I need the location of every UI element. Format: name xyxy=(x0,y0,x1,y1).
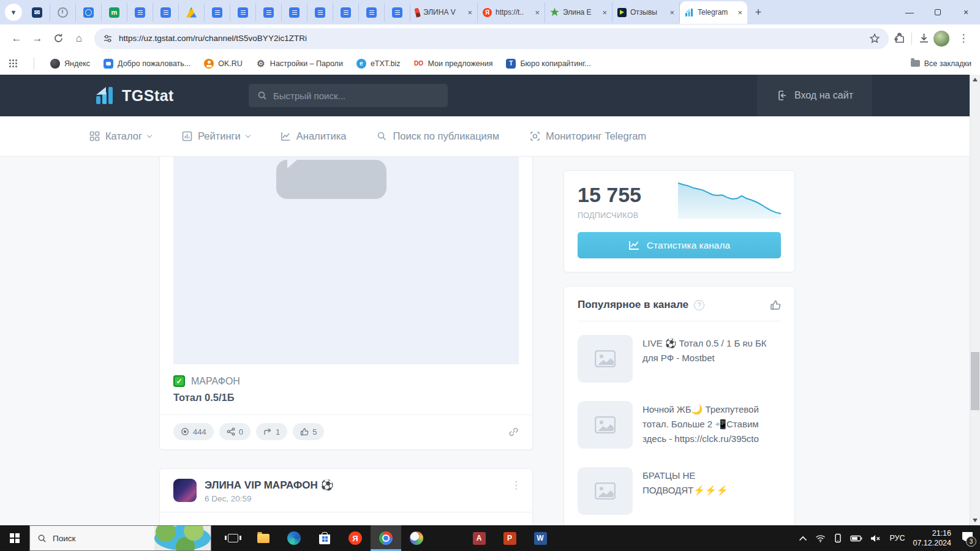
nav-publication-search[interactable]: Поиск по публикациям xyxy=(377,130,499,142)
taskbar-search-input[interactable]: Поиск xyxy=(29,525,211,551)
green-star-icon xyxy=(550,8,559,17)
pinned-tab-doc[interactable] xyxy=(153,3,179,21)
keyboard-language[interactable]: РУС xyxy=(889,534,905,542)
store-button[interactable] xyxy=(309,525,340,551)
tray-expand-icon[interactable] xyxy=(799,536,807,541)
channel-stats-button[interactable]: Статистика канала xyxy=(578,232,781,258)
back-button[interactable]: ← xyxy=(6,28,27,49)
extensions-icon[interactable] xyxy=(894,32,905,44)
page-scrollbar[interactable] xyxy=(970,75,980,525)
doc-icon xyxy=(341,7,351,18)
reload-button[interactable] xyxy=(48,28,69,49)
bookmark-offers[interactable]: DOМои предложения xyxy=(414,59,493,69)
search-highlight-image[interactable] xyxy=(154,526,211,550)
popular-post-item[interactable]: LIVE ⚽ Тотал 0.5 / 1 Б ʀᴜ БК для РФ - Mo… xyxy=(578,335,781,383)
pinned-tab-doc[interactable] xyxy=(333,3,359,21)
tab-search-chevron-icon[interactable]: ▼ xyxy=(5,4,22,21)
pinned-tab-doc[interactable] xyxy=(307,3,333,21)
login-button[interactable]: Вход на сайт xyxy=(757,75,872,116)
bookmark-bureau[interactable]: Бюро копирайтинг... xyxy=(506,59,590,69)
maximize-button[interactable] xyxy=(924,0,952,24)
paint-button[interactable] xyxy=(401,525,432,551)
views-pill[interactable]: 444 xyxy=(173,423,214,440)
channel-avatar[interactable] xyxy=(173,479,197,502)
taskbar-clock[interactable]: 21:16 07.12.2024 xyxy=(913,528,951,549)
yandex-browser-button[interactable]: Я xyxy=(340,525,371,551)
site-info-icon[interactable] xyxy=(103,34,113,43)
forward-button[interactable]: → xyxy=(27,28,48,49)
help-icon[interactable]: ? xyxy=(694,300,704,310)
scroll-down-icon[interactable] xyxy=(973,519,978,522)
tab-telegram-active[interactable]: Telegram × xyxy=(680,1,747,23)
tab-elina-e[interactable]: Элина Е × xyxy=(545,2,612,23)
chrome-button-active[interactable] xyxy=(371,525,401,551)
bookmark-star-icon[interactable] xyxy=(869,33,880,44)
nav-catalog[interactable]: Каталог xyxy=(89,130,151,142)
wifi-icon[interactable] xyxy=(815,534,826,542)
tab-reviews[interactable]: Отзывы × xyxy=(612,2,680,23)
pinned-tab-clock-blue[interactable] xyxy=(76,3,102,21)
bookmark-welcome[interactable]: Добро пожаловать... xyxy=(104,59,190,69)
start-button[interactable] xyxy=(0,525,29,551)
powerpoint-button[interactable]: P xyxy=(494,525,525,551)
task-view-button[interactable] xyxy=(217,525,248,551)
apps-grid-icon[interactable] xyxy=(9,59,18,68)
close-tab-icon[interactable]: × xyxy=(737,8,742,17)
minimize-button[interactable]: — xyxy=(895,0,924,24)
new-tab-button[interactable]: + xyxy=(747,6,769,19)
tgstat-logo[interactable]: TGStat xyxy=(95,86,174,105)
popular-post-item[interactable]: БРАТЦЫ НЕ ПОДВОДЯТ⚡⚡⚡ xyxy=(578,467,781,515)
shares-pill[interactable]: 0 xyxy=(219,423,251,440)
bookmark-yandex[interactable]: Яндекс xyxy=(50,59,90,69)
phone-link-icon[interactable] xyxy=(834,533,842,543)
address-bar[interactable]: https://uz.tgstat.com/ru/channel/tS5voBY… xyxy=(94,28,889,49)
edge-button[interactable] xyxy=(279,525,309,551)
pinned-tab-doc[interactable] xyxy=(256,3,282,21)
word-button[interactable]: W xyxy=(525,525,556,551)
downloads-icon[interactable] xyxy=(918,32,930,44)
thumb-up-icon[interactable] xyxy=(770,299,781,310)
pinned-tab-doc[interactable] xyxy=(205,3,230,21)
access-button[interactable]: A xyxy=(464,525,494,551)
pinned-tab-doc[interactable] xyxy=(230,3,256,21)
pinned-tab-doc[interactable] xyxy=(127,3,153,21)
close-tab-icon[interactable]: × xyxy=(669,8,674,17)
pinned-tab-doc[interactable] xyxy=(282,3,307,21)
scroll-up-icon[interactable] xyxy=(973,78,978,81)
battery-icon[interactable] xyxy=(850,535,862,542)
pinned-tab-drive[interactable] xyxy=(179,3,205,21)
all-bookmarks-button[interactable]: Все закладки xyxy=(911,59,971,68)
scrollbar-thumb[interactable] xyxy=(971,352,979,410)
popular-post-item[interactable]: Ночной ЖБ🌙 Трехпутевой тотал. Больше 2 📲… xyxy=(578,401,781,449)
quick-search-input[interactable]: Быстрый поиск... xyxy=(249,84,448,107)
forwards-pill[interactable]: 1 xyxy=(256,423,287,440)
nav-monitoring[interactable]: Мониторинг Telegram xyxy=(530,130,646,142)
volume-muted-icon[interactable] xyxy=(870,534,881,542)
browser-profile-avatar[interactable] xyxy=(933,31,949,47)
nav-analytics[interactable]: Аналитика xyxy=(281,130,347,142)
close-tab-icon[interactable]: × xyxy=(535,8,540,17)
pinned-tab-doc[interactable] xyxy=(359,3,385,21)
bookmark-passwords[interactable]: ⚙Настройки – Пароли xyxy=(256,59,343,69)
pinned-tab-doc[interactable] xyxy=(385,3,410,21)
file-explorer-button[interactable] xyxy=(248,525,279,551)
channel-title[interactable]: ЭЛИНА VIP МАРАФОН ⚽ xyxy=(205,479,334,492)
url-text[interactable]: https://uz.tgstat.com/ru/channel/tS5voBY… xyxy=(119,34,863,43)
post-link-icon[interactable] xyxy=(508,427,519,437)
home-button[interactable]: ⌂ xyxy=(69,28,89,49)
bookmark-okru[interactable]: OK.RU xyxy=(204,59,243,69)
close-window-button[interactable]: × xyxy=(952,0,980,24)
notification-center-button[interactable]: 3 xyxy=(959,532,974,544)
pinned-tab-mailru[interactable] xyxy=(102,3,127,21)
browser-menu-icon[interactable]: ⋮ xyxy=(953,28,974,49)
tab-elina-v[interactable]: ЭЛИНА V × xyxy=(410,2,478,23)
close-tab-icon[interactable]: × xyxy=(602,8,607,17)
pinned-tab-mail[interactable] xyxy=(24,3,50,21)
tab-yandex[interactable]: https://t.. × xyxy=(478,2,545,23)
nav-ratings[interactable]: Рейтинги xyxy=(182,130,250,142)
close-tab-icon[interactable]: × xyxy=(467,8,472,17)
post-menu-icon[interactable]: ⋮ xyxy=(511,479,521,492)
pinned-tab-clock[interactable] xyxy=(50,3,76,21)
likes-pill[interactable]: 5 xyxy=(293,423,324,440)
bookmark-etxt[interactable]: eTXT.biz xyxy=(356,59,401,69)
